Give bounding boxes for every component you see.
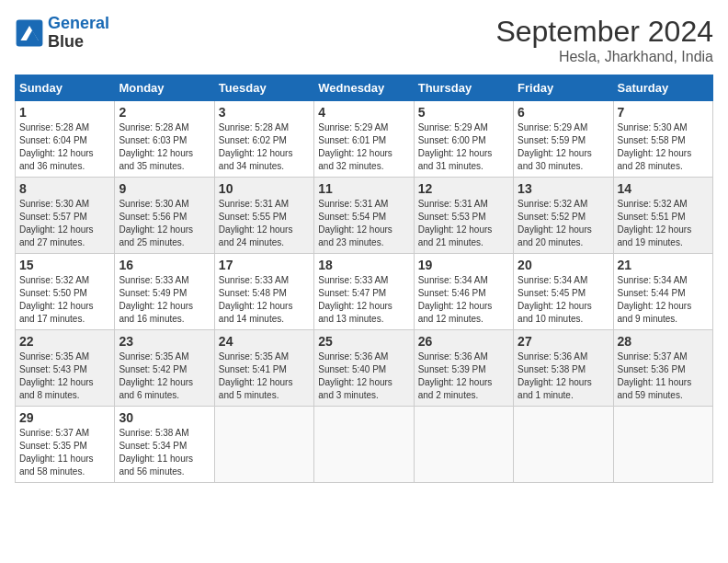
day-number: 3	[219, 105, 310, 120]
calendar-header-row: SundayMondayTuesdayWednesdayThursdayFrid…	[16, 75, 713, 101]
month-title: September 2024	[495, 15, 713, 49]
weekday-header: Monday	[115, 75, 214, 101]
calendar-cell: 10Sunrise: 5:31 AMSunset: 5:55 PMDayligh…	[214, 178, 313, 254]
calendar-cell: 18Sunrise: 5:33 AMSunset: 5:47 PMDayligh…	[314, 254, 414, 330]
calendar-cell: 15Sunrise: 5:32 AMSunset: 5:50 PMDayligh…	[16, 254, 115, 330]
day-info: Sunrise: 5:31 AMSunset: 5:55 PMDaylight:…	[219, 198, 310, 249]
calendar-week-row: 8Sunrise: 5:30 AMSunset: 5:57 PMDaylight…	[16, 178, 713, 254]
calendar-week-row: 15Sunrise: 5:32 AMSunset: 5:50 PMDayligh…	[16, 254, 713, 330]
day-number: 13	[518, 181, 609, 196]
day-number: 12	[418, 181, 509, 196]
calendar-cell: 24Sunrise: 5:35 AMSunset: 5:41 PMDayligh…	[214, 330, 313, 407]
day-info: Sunrise: 5:31 AMSunset: 5:53 PMDaylight:…	[418, 198, 509, 249]
day-info: Sunrise: 5:31 AMSunset: 5:54 PMDaylight:…	[318, 198, 409, 249]
calendar-table: SundayMondayTuesdayWednesdayThursdayFrid…	[15, 75, 713, 483]
calendar-cell: 14Sunrise: 5:32 AMSunset: 5:51 PMDayligh…	[613, 178, 712, 254]
day-info: Sunrise: 5:33 AMSunset: 5:49 PMDaylight:…	[119, 274, 210, 326]
calendar-week-row: 22Sunrise: 5:35 AMSunset: 5:43 PMDayligh…	[16, 330, 713, 407]
calendar-cell: 9Sunrise: 5:30 AMSunset: 5:56 PMDaylight…	[115, 178, 214, 254]
day-number: 27	[518, 334, 609, 349]
day-number: 9	[119, 181, 210, 196]
calendar-cell: 7Sunrise: 5:30 AMSunset: 5:58 PMDaylight…	[613, 101, 712, 178]
day-info: Sunrise: 5:30 AMSunset: 5:58 PMDaylight:…	[618, 121, 709, 173]
day-number: 23	[119, 334, 210, 349]
calendar-cell: 3Sunrise: 5:28 AMSunset: 6:02 PMDaylight…	[214, 101, 313, 178]
calendar-cell: 8Sunrise: 5:30 AMSunset: 5:57 PMDaylight…	[16, 178, 115, 254]
calendar-cell	[314, 407, 414, 483]
day-number: 4	[318, 105, 409, 120]
day-info: Sunrise: 5:32 AMSunset: 5:51 PMDaylight:…	[618, 198, 709, 249]
day-number: 8	[19, 181, 110, 196]
day-number: 2	[119, 105, 210, 120]
day-number: 28	[618, 334, 709, 349]
weekday-header: Sunday	[16, 75, 115, 101]
calendar-cell: 25Sunrise: 5:36 AMSunset: 5:40 PMDayligh…	[314, 330, 414, 407]
calendar-cell: 5Sunrise: 5:29 AMSunset: 6:00 PMDaylight…	[414, 101, 513, 178]
header: GeneralBlue September 2024 Hesla, Jharkh…	[15, 15, 713, 65]
day-info: Sunrise: 5:30 AMSunset: 5:56 PMDaylight:…	[119, 198, 210, 249]
day-info: Sunrise: 5:38 AMSunset: 5:34 PMDaylight:…	[119, 427, 210, 478]
calendar-cell: 17Sunrise: 5:33 AMSunset: 5:48 PMDayligh…	[214, 254, 313, 330]
day-number: 7	[618, 105, 709, 120]
day-info: Sunrise: 5:32 AMSunset: 5:52 PMDaylight:…	[518, 198, 609, 249]
day-info: Sunrise: 5:37 AMSunset: 5:36 PMDaylight:…	[618, 350, 709, 402]
day-info: Sunrise: 5:33 AMSunset: 5:48 PMDaylight:…	[219, 274, 310, 326]
day-info: Sunrise: 5:33 AMSunset: 5:47 PMDaylight:…	[318, 274, 409, 326]
day-info: Sunrise: 5:35 AMSunset: 5:43 PMDaylight:…	[19, 350, 110, 402]
weekday-header: Saturday	[613, 75, 712, 101]
day-info: Sunrise: 5:29 AMSunset: 6:01 PMDaylight:…	[318, 121, 409, 173]
weekday-header: Thursday	[414, 75, 513, 101]
day-info: Sunrise: 5:36 AMSunset: 5:38 PMDaylight:…	[518, 350, 609, 402]
calendar-cell: 20Sunrise: 5:34 AMSunset: 5:45 PMDayligh…	[514, 254, 613, 330]
day-number: 30	[119, 410, 210, 425]
calendar-cell	[613, 407, 712, 483]
calendar-cell: 4Sunrise: 5:29 AMSunset: 6:01 PMDaylight…	[314, 101, 414, 178]
calendar-cell: 11Sunrise: 5:31 AMSunset: 5:54 PMDayligh…	[314, 178, 414, 254]
day-number: 29	[19, 410, 110, 425]
calendar-cell: 26Sunrise: 5:36 AMSunset: 5:39 PMDayligh…	[414, 330, 513, 407]
calendar-cell: 28Sunrise: 5:37 AMSunset: 5:36 PMDayligh…	[613, 330, 712, 407]
calendar-cell: 29Sunrise: 5:37 AMSunset: 5:35 PMDayligh…	[16, 407, 115, 483]
day-info: Sunrise: 5:36 AMSunset: 5:39 PMDaylight:…	[418, 350, 509, 402]
day-number: 10	[219, 181, 310, 196]
location-subtitle: Hesla, Jharkhand, India	[495, 49, 713, 65]
day-number: 16	[119, 258, 210, 272]
day-number: 1	[19, 105, 110, 120]
day-info: Sunrise: 5:34 AMSunset: 5:44 PMDaylight:…	[618, 274, 709, 326]
day-number: 24	[219, 334, 310, 349]
day-info: Sunrise: 5:37 AMSunset: 5:35 PMDaylight:…	[19, 427, 110, 478]
day-number: 18	[318, 258, 409, 272]
calendar-cell: 12Sunrise: 5:31 AMSunset: 5:53 PMDayligh…	[414, 178, 513, 254]
calendar-cell: 27Sunrise: 5:36 AMSunset: 5:38 PMDayligh…	[514, 330, 613, 407]
day-info: Sunrise: 5:34 AMSunset: 5:45 PMDaylight:…	[518, 274, 609, 326]
weekday-header: Tuesday	[214, 75, 313, 101]
logo-text: GeneralBlue	[48, 15, 109, 52]
calendar-cell: 19Sunrise: 5:34 AMSunset: 5:46 PMDayligh…	[414, 254, 513, 330]
calendar-cell: 22Sunrise: 5:35 AMSunset: 5:43 PMDayligh…	[16, 330, 115, 407]
day-info: Sunrise: 5:30 AMSunset: 5:57 PMDaylight:…	[19, 198, 110, 249]
day-number: 22	[19, 334, 110, 349]
day-number: 19	[418, 258, 509, 272]
calendar-cell: 21Sunrise: 5:34 AMSunset: 5:44 PMDayligh…	[613, 254, 712, 330]
day-number: 20	[518, 258, 609, 272]
day-number: 21	[618, 258, 709, 272]
day-info: Sunrise: 5:35 AMSunset: 5:42 PMDaylight:…	[119, 350, 210, 402]
calendar-cell	[514, 407, 613, 483]
calendar-week-row: 1Sunrise: 5:28 AMSunset: 6:04 PMDaylight…	[16, 101, 713, 178]
logo-icon	[15, 18, 44, 48]
day-number: 25	[318, 334, 409, 349]
day-info: Sunrise: 5:28 AMSunset: 6:02 PMDaylight:…	[219, 121, 310, 173]
day-info: Sunrise: 5:28 AMSunset: 6:04 PMDaylight:…	[19, 121, 110, 173]
calendar-cell: 1Sunrise: 5:28 AMSunset: 6:04 PMDaylight…	[16, 101, 115, 178]
weekday-header: Friday	[514, 75, 613, 101]
calendar-cell: 16Sunrise: 5:33 AMSunset: 5:49 PMDayligh…	[115, 254, 214, 330]
day-number: 26	[418, 334, 509, 349]
day-number: 6	[518, 105, 609, 120]
calendar-cell: 30Sunrise: 5:38 AMSunset: 5:34 PMDayligh…	[115, 407, 214, 483]
day-info: Sunrise: 5:34 AMSunset: 5:46 PMDaylight:…	[418, 274, 509, 326]
calendar-cell	[414, 407, 513, 483]
day-number: 14	[618, 181, 709, 196]
day-number: 5	[418, 105, 509, 120]
calendar-cell: 6Sunrise: 5:29 AMSunset: 5:59 PMDaylight…	[514, 101, 613, 178]
day-info: Sunrise: 5:35 AMSunset: 5:41 PMDaylight:…	[219, 350, 310, 402]
